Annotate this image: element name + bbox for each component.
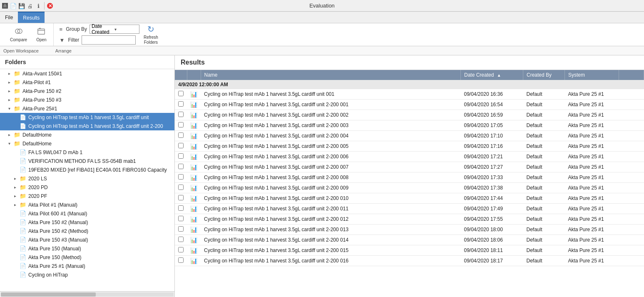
sidebar-item-akta-pilot-1[interactable]: ▸📁Akta-Pilot #1 [0, 78, 174, 87]
new-icon[interactable]: 📄 [10, 2, 17, 9]
info-icon[interactable]: ℹ [35, 2, 42, 9]
row-checkbox-cell[interactable] [175, 235, 187, 245]
sidebar-item-akta-pure-150-2-manual[interactable]: 📄Akta Pure 150 #2 (Manual) [0, 218, 174, 227]
row-checkbox-cell[interactable] [175, 245, 187, 256]
save-icon[interactable]: 💾 [18, 2, 25, 9]
expand-arrow-icon: ▸ [14, 176, 18, 181]
sidebar-item-akta-pilot-1-manual[interactable]: ▸📁Akta Pilot #1 (Manual) [0, 200, 174, 209]
sidebar-item-akta-pure-150-manual[interactable]: 📄Akta Pure 150 (Manual) [0, 244, 174, 253]
row-checkbox[interactable] [178, 237, 184, 242]
sidebar-item-2020-pd[interactable]: ▸📁2020 PD [0, 183, 174, 192]
row-checkbox[interactable] [178, 257, 184, 263]
sidebar-item-cycling-hitrap-bottom[interactable]: 📄Cycling on HiTrap [0, 270, 174, 279]
row-checkbox[interactable] [178, 101, 184, 107]
row-checkbox-cell[interactable] [175, 131, 187, 141]
row-checkbox-cell[interactable] [175, 183, 187, 193]
file-icon: 📄 [20, 114, 26, 120]
sidebar-item-defaulthome-expanded[interactable]: ▾📁DefaultHome [0, 139, 174, 148]
row-checkbox-cell[interactable] [175, 110, 187, 120]
sidebar-item-akta-pilot-600-1[interactable]: 📄Akta Pilot 600 #1 (Manual) [0, 209, 174, 218]
row-checkbox-cell[interactable] [175, 256, 187, 266]
row-checkbox[interactable] [178, 153, 184, 159]
sidebar-item-19feb20[interactable]: 📄19FEB20 MIXED [ref FIBA01] EC40A 001 FI… [0, 165, 174, 174]
results-table-container[interactable]: Name Date Created ▲ Created By System 4/… [175, 70, 644, 297]
open-button[interactable]: Open [33, 25, 50, 44]
row-checkbox-cell[interactable] [175, 172, 187, 183]
row-checkbox-cell[interactable] [175, 141, 187, 152]
table-row[interactable]: 📊 Cycling on HiTrap test mAb 1 harvest 3… [175, 89, 644, 100]
row-checkbox[interactable] [178, 226, 184, 232]
sidebar-item-akta-pure-25-1-manual[interactable]: 📄Akta Pure 25 #1 (Manual) [0, 262, 174, 270]
sidebar-item-akta-pure-150-3[interactable]: ▸📁Akta-Pure 150 #3 [0, 95, 174, 104]
table-row[interactable]: 📊 Cycling on HiTrap test mAb 1 harvest 3… [175, 100, 644, 110]
table-row[interactable]: 📊 Cycling on HiTrap test mAb 1 harvest 3… [175, 256, 644, 266]
row-checkbox-cell[interactable] [175, 162, 187, 172]
sidebar-item-akta-pure-150-method[interactable]: 📄Akta Pure 150 (Method) [0, 253, 174, 262]
row-checkbox-cell[interactable] [175, 193, 187, 204]
sidebar-item-akta-pure-150-2[interactable]: ▸📁Akta-Pure 150 #2 [0, 87, 174, 95]
row-checkbox-cell[interactable] [175, 100, 187, 110]
row-checkbox[interactable] [178, 91, 184, 96]
table-row[interactable]: 📊 Cycling on HiTrap test mAb 1 harvest 3… [175, 214, 644, 225]
row-checkbox[interactable] [178, 112, 184, 117]
sidebar-item-akta-pure-150-2-method[interactable]: 📄Akta Pure 150 #2 (Method) [0, 227, 174, 235]
sidebar-item-cycling-hitrap-2[interactable]: 📄Cycling on HiTrap test mAb 1 harvest 3.… [0, 122, 174, 130]
row-checkbox-cell[interactable] [175, 225, 187, 235]
sidebar-item-2020-ls[interactable]: ▸📁2020 LS [0, 174, 174, 183]
row-checkbox[interactable] [178, 205, 184, 211]
col-header-date[interactable]: Date Created ▲ [461, 70, 523, 80]
row-checkbox[interactable] [178, 143, 184, 148]
col-header-name[interactable]: Name [201, 70, 461, 80]
refresh-button[interactable]: ↻ RefreshFolders [142, 22, 160, 47]
row-checkbox[interactable] [178, 174, 184, 180]
close-icon[interactable]: ✕ [47, 3, 53, 9]
row-checkbox[interactable] [178, 195, 184, 200]
filter-input[interactable] [82, 35, 136, 45]
table-row[interactable]: 📊 Cycling on HiTrap test mAb 1 harvest 3… [175, 162, 644, 172]
compare-button[interactable]: Compare [7, 25, 30, 44]
menu-file[interactable]: File [0, 12, 18, 23]
menu-results[interactable]: Results [18, 12, 45, 23]
row-checkbox[interactable] [178, 185, 184, 190]
col-header-system[interactable]: System [565, 70, 619, 80]
row-checkbox-cell[interactable] [175, 89, 187, 100]
table-row[interactable]: 📊 Cycling on HiTrap test mAb 1 harvest 3… [175, 235, 644, 245]
sidebar-item-akta-avant-150-1[interactable]: ▸📁Akta-Avant 150#1 [0, 69, 174, 78]
table-row[interactable]: 📊 Cycling on HiTrap test mAb 1 harvest 3… [175, 120, 644, 131]
table-row[interactable]: 📊 Cycling on HiTrap test mAb 1 harvest 3… [175, 183, 644, 193]
sidebar-item-verification[interactable]: 📄VERIFICATION METHOD FA LS SS-054B mab1 [0, 157, 174, 165]
row-checkbox[interactable] [178, 122, 184, 127]
row-checkbox-cell[interactable] [175, 214, 187, 225]
table-row[interactable]: 📊 Cycling on HiTrap test mAb 1 harvest 3… [175, 152, 644, 162]
row-created-by: Default [523, 110, 565, 120]
row-created-by: Default [523, 152, 565, 162]
table-row[interactable]: 📊 Cycling on HiTrap test mAb 1 harvest 3… [175, 193, 644, 204]
table-row[interactable]: 📊 Cycling on HiTrap test mAb 1 harvest 3… [175, 204, 644, 214]
table-row[interactable]: 📊 Cycling on HiTrap test mAb 1 harvest 3… [175, 141, 644, 152]
col-header-created-by[interactable]: Created By [523, 70, 565, 80]
row-checkbox-cell[interactable] [175, 120, 187, 131]
sidebar-item-fa-ls[interactable]: 📄FA LS 9WL047 D mAb 1 [0, 148, 174, 157]
row-checkbox[interactable] [178, 247, 184, 252]
row-checkbox-cell[interactable] [175, 204, 187, 214]
table-row[interactable]: 📊 Cycling on HiTrap test mAb 1 harvest 3… [175, 245, 644, 256]
row-checkbox[interactable] [178, 132, 184, 138]
folder-icon: 📁 [14, 97, 20, 103]
item-label: Akta Pure 150 (Manual) [28, 246, 81, 252]
sidebar-item-akta-pure-150-3-manual[interactable]: 📄Akta Pure 150 #3 (Manual) [0, 235, 174, 244]
table-row[interactable]: 📊 Cycling on HiTrap test mAb 1 harvest 3… [175, 172, 644, 183]
table-row[interactable]: 📊 Cycling on HiTrap test mAb 1 harvest 3… [175, 225, 644, 235]
sidebar-item-cycling-hitrap-1[interactable]: 📄Cycling on HiTrap test mAb 1 harvest 3.… [0, 113, 174, 122]
sidebar-item-akta-pure-25-1[interactable]: ▾📁Akta-Pure 25#1 [0, 104, 174, 113]
row-checkbox[interactable] [178, 164, 184, 169]
sidebar-horizontal-scrollbar[interactable] [0, 291, 174, 297]
table-row[interactable]: 📊 Cycling on HiTrap test mAb 1 harvest 3… [175, 131, 644, 141]
print-icon[interactable]: 🖨 [27, 2, 33, 9]
table-row[interactable]: 📊 Cycling on HiTrap test mAb 1 harvest 3… [175, 110, 644, 120]
row-checkbox-cell[interactable] [175, 152, 187, 162]
sidebar-item-2020-pf[interactable]: ▸📁2020 PF [0, 192, 174, 200]
row-checkbox[interactable] [178, 216, 184, 221]
group-by-dropdown[interactable]: Date Created ▾ [90, 25, 139, 34]
sidebar-item-defaulthome-collapsed[interactable]: ▸📁DefaultHome [0, 130, 174, 139]
sidebar-content[interactable]: ▸📁Akta-Avant 150#1▸📁Akta-Pilot #1▸📁Akta-… [0, 69, 174, 291]
